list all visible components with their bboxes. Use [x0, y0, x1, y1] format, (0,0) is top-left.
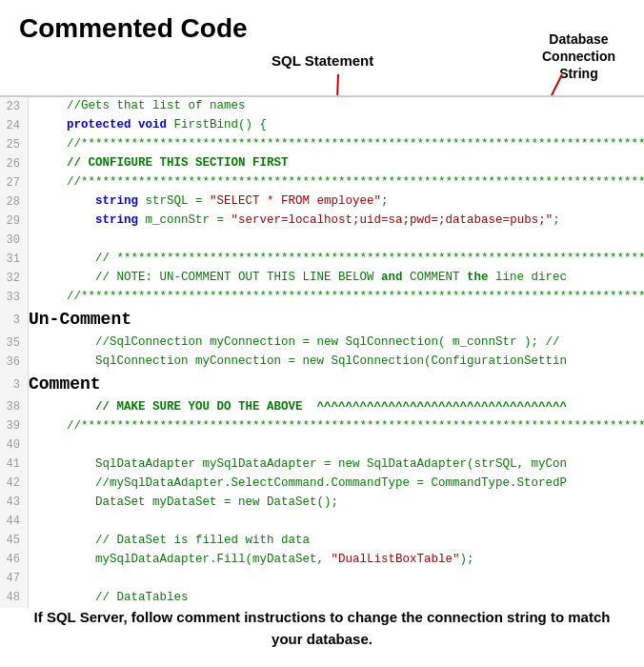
- code-line-46: 46 mySqlDataAdapter.Fill(myDataSet, "Dua…: [0, 551, 644, 570]
- code-line-40: 40: [0, 436, 644, 455]
- code-line-36: 36 SqlConnection myConnection = new SqlC…: [0, 353, 644, 372]
- code-line-24: 24 protected void FirstBind() {: [0, 116, 644, 135]
- code-line-27: 27 //***********************************…: [0, 173, 644, 192]
- code-line-43: 43 DataSet myDataSet = new DataSet();: [0, 494, 644, 513]
- code-area: 23 //Gets that list of names 24 protecte…: [0, 95, 644, 608]
- db-annotation: DatabaseConnectionString: [542, 30, 615, 83]
- code-line-25: 25 //***********************************…: [0, 135, 644, 154]
- code-line-34-label: 3 Un-Comment: [0, 307, 644, 334]
- code-line-41: 41 SqlDataAdapter mySqlDataAdapter = new…: [0, 455, 644, 475]
- code-line-48: 48 // DataTables: [0, 589, 644, 608]
- code-line-44: 44: [0, 513, 644, 532]
- code-line-35: 35 //SqlConnection myConnection = new Sq…: [0, 334, 644, 353]
- code-line-38: 38 // MAKE SURE YOU DO THE ABOVE ^^^^^^^…: [0, 398, 644, 417]
- code-block: 23 //Gets that list of names 24 protecte…: [0, 95, 644, 608]
- code-line-23: 23 //Gets that list of names: [0, 97, 644, 116]
- sql-annotation: SQL Statement: [272, 52, 373, 69]
- code-line-47: 47: [0, 570, 644, 589]
- bottom-text: If SQL Server, follow comment instructio…: [29, 607, 615, 650]
- code-line-39: 39 //***********************************…: [0, 417, 644, 436]
- code-line-28: 28 string strSQL = "SELECT * FROM employ…: [0, 192, 644, 212]
- code-line-31: 31 // **********************************…: [0, 250, 644, 269]
- code-line-29: 29 string m_connStr = "server=localhost;…: [0, 212, 644, 231]
- code-line-30: 30: [0, 231, 644, 250]
- code-line-33: 33 //***********************************…: [0, 288, 644, 307]
- code-line-32: 32 // NOTE: UN-COMMENT OUT THIS LINE BEL…: [0, 269, 644, 288]
- code-line-26: 26 // CONFIGURE THIS SECTION FIRST: [0, 154, 644, 173]
- code-line-37-label: 3 Comment: [0, 372, 644, 398]
- code-line-45: 45 // DataSet is filled with data: [0, 532, 644, 551]
- code-line-42: 42 //mySqlDataAdapter.SelectCommand.Comm…: [0, 475, 644, 494]
